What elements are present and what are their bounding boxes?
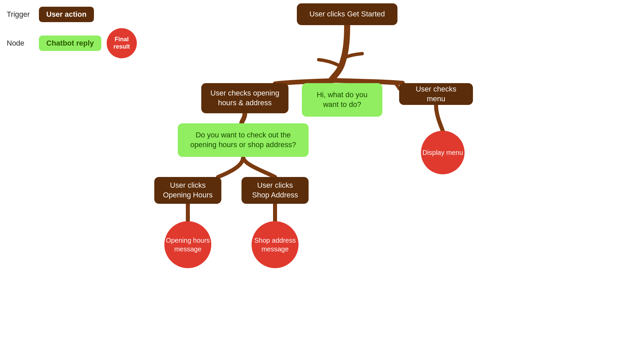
- node-shop-address-msg[interactable]: Shop address message: [252, 221, 299, 268]
- legend: Trigger User action Node Chatbot reply F…: [7, 7, 137, 64]
- legend-chatbot-badge: Chatbot reply: [39, 36, 101, 51]
- node-clicks-shop-address[interactable]: User clicks Shop Address: [241, 177, 309, 204]
- legend-node-label: Node: [7, 39, 34, 48]
- node-do-you-want[interactable]: Do you want to check out the opening hou…: [178, 123, 309, 157]
- legend-trigger-badge: User action: [39, 7, 94, 22]
- legend-trigger-row: Trigger User action: [7, 7, 137, 22]
- legend-node-row: Node Chatbot reply Final result: [7, 28, 137, 58]
- node-checks-menu[interactable]: User checks menu: [399, 83, 473, 105]
- node-display-menu[interactable]: Display menu: [421, 131, 465, 174]
- node-hi-chatbot[interactable]: Hi, what do you want to do?: [302, 83, 382, 117]
- node-get-started[interactable]: User clicks Get Started: [297, 3, 397, 25]
- legend-final-badge: Final result: [107, 28, 137, 58]
- legend-trigger-label: Trigger: [7, 10, 34, 19]
- node-checks-hours-address[interactable]: User checks opening hours & address: [201, 83, 288, 113]
- node-opening-hours-msg[interactable]: Opening hours message: [164, 221, 211, 268]
- node-clicks-opening-hours[interactable]: User clicks Opening Hours: [154, 177, 221, 204]
